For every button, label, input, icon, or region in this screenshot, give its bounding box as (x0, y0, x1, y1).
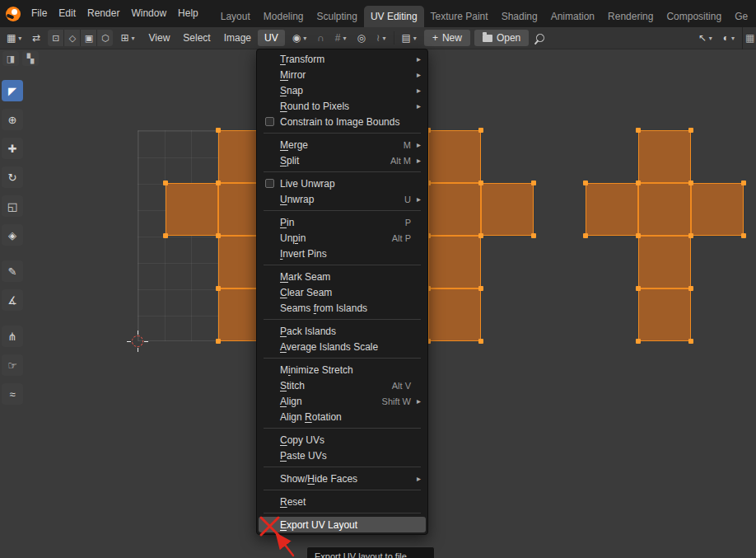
tool-rip-region-button[interactable]: ⋔ (2, 326, 23, 347)
menu-item-split[interactable]: SplitAlt M▸ (259, 152, 426, 168)
menu-item-paste-uvs[interactable]: Paste UVs (259, 448, 426, 463)
menu-item-constrain-to-image-bounds[interactable]: Constrain to Image Bounds (259, 114, 426, 129)
tool-grab-button[interactable]: ☞ (2, 354, 23, 376)
uv-face[interactable] (691, 183, 744, 236)
proportional-falloff-dropdown[interactable]: ≀ ▾ (373, 30, 390, 46)
menu-item-merge[interactable]: MergeM▸ (259, 137, 426, 152)
snap-target-dropdown[interactable]: # ▾ (332, 30, 350, 46)
tool-rotate-button[interactable]: ↻ (2, 166, 23, 188)
uv-vertex[interactable] (741, 181, 746, 185)
uv-vertex[interactable] (636, 233, 641, 238)
tool-move-button[interactable]: ✚ (2, 138, 23, 159)
uv-select-mode-vertex-button[interactable]: ⊡ (48, 30, 63, 46)
topbar-menu-file[interactable]: File (26, 0, 53, 27)
tool-cursor-button[interactable]: ⊕ (2, 109, 23, 130)
uv-vertex[interactable] (478, 339, 483, 344)
header-menu-view[interactable]: View (142, 30, 177, 46)
uv-vertex[interactable] (216, 181, 221, 185)
snap-toggle[interactable]: ∩ (314, 30, 328, 46)
tab-sculpting[interactable]: Sculpting (310, 6, 364, 27)
tab-rendering[interactable]: Rendering (601, 6, 660, 27)
gizmos-dropdown[interactable]: ↖ ▾ (695, 30, 716, 46)
menu-item-minimize-stretch[interactable]: Minimize Stretch (259, 362, 426, 377)
menu-item-clear-seam[interactable]: Clear Seam (259, 284, 426, 300)
new-image-button[interactable]: + New (424, 30, 470, 46)
uv-vertex[interactable] (583, 233, 588, 238)
menu-item-reset[interactable]: Reset (259, 494, 426, 509)
uv-vertex[interactable] (478, 181, 483, 185)
image-overlay-dropdown[interactable]: ▤ ▾ (399, 30, 420, 46)
sticky-selection-dropdown[interactable]: ⊞ ▾ (117, 30, 138, 46)
uv-face[interactable] (166, 183, 218, 236)
open-image-button[interactable]: Open (474, 30, 529, 46)
uv-face[interactable] (428, 288, 481, 341)
menu-item-pin[interactable]: PinP (259, 214, 426, 230)
header-menu-image[interactable]: Image (217, 30, 258, 46)
tab-uv-editing[interactable]: UV Editing (364, 6, 424, 27)
header-menu-select[interactable]: Select (176, 30, 217, 46)
tab-animation[interactable]: Animation (544, 6, 601, 27)
uv-vertex[interactable] (478, 233, 483, 238)
tab-layout[interactable]: Layout (214, 6, 257, 27)
menu-item-export-uv-layout[interactable]: Export UV Layout (259, 517, 426, 532)
uv-vertex[interactable] (741, 233, 746, 238)
proportional-editing-toggle[interactable]: ◎ (354, 30, 369, 46)
uv-vertex[interactable] (216, 233, 221, 238)
tool-select-box-button[interactable]: ◤ (2, 80, 23, 101)
uv-face[interactable] (481, 183, 534, 236)
uv-face[interactable] (586, 183, 638, 236)
uv-vertex[interactable] (636, 339, 641, 344)
menu-item-align-rotation[interactable]: Align Rotation (259, 409, 426, 424)
tool-settings-pin-button[interactable] (533, 30, 548, 46)
tab-compositing[interactable]: Compositing (660, 6, 728, 27)
menu-item-align[interactable]: AlignShift W▸ (259, 393, 426, 409)
blender-logo-icon[interactable] (6, 7, 21, 21)
menu-item-mark-seam[interactable]: Mark Seam (259, 269, 426, 284)
menu-item-live-unwrap[interactable]: Live Unwrap (259, 176, 426, 191)
uv-vertex[interactable] (216, 128, 221, 133)
uv-face[interactable] (638, 288, 691, 341)
menu-item-copy-uvs[interactable]: Copy UVs (259, 432, 426, 448)
uv-vertex[interactable] (688, 339, 693, 344)
tab-ge[interactable]: Ge (728, 6, 754, 27)
uv-select-mode-face-button[interactable]: ▣ (81, 30, 96, 46)
uv-vertex[interactable] (583, 181, 588, 185)
tool-scale-button[interactable]: ◱ (2, 195, 23, 217)
menu-item-unpin[interactable]: UnpinAlt P (259, 230, 426, 246)
uv-face[interactable] (638, 236, 691, 288)
topbar-menu-edit[interactable]: Edit (53, 0, 82, 27)
subheader-icon-1[interactable]: ◨ (2, 51, 19, 66)
uv-face[interactable] (428, 130, 481, 183)
topbar-menu-render[interactable]: Render (82, 0, 125, 27)
tool-annotate-button[interactable]: ✎ (2, 260, 23, 282)
tool-relax-button[interactable]: ≈ (2, 383, 23, 405)
uv-vertex[interactable] (636, 286, 641, 291)
uv-vertex[interactable] (478, 286, 483, 291)
topbar-menu-help[interactable]: Help (172, 0, 204, 27)
menu-item-transform[interactable]: Transform▸ (259, 51, 426, 67)
editor-type-dropdown[interactable]: ▦ ▾ (3, 30, 25, 46)
subheader-icon-2[interactable]: ▚ (22, 51, 39, 66)
topbar-menu-window[interactable]: Window (125, 0, 172, 27)
uv-vertex[interactable] (688, 233, 693, 238)
uv-sync-selection-toggle[interactable]: ⇄ (29, 30, 44, 46)
uv-vertex[interactable] (216, 286, 221, 291)
tab-shading[interactable]: Shading (495, 6, 544, 27)
uv-face[interactable] (428, 236, 481, 288)
uv-select-mode-island-button[interactable]: ⬡ (97, 30, 113, 46)
uv-vertex[interactable] (531, 181, 536, 185)
uv-face[interactable] (638, 130, 691, 183)
uv-vertex[interactable] (163, 181, 168, 185)
uv-vertex[interactable] (636, 181, 641, 185)
pivot-point-dropdown[interactable]: ◉ ▾ (289, 30, 310, 46)
tab-modeling[interactable]: Modeling (257, 6, 310, 27)
uv-vertex[interactable] (688, 181, 693, 185)
uv-vertex[interactable] (688, 128, 693, 133)
menu-item-unwrap[interactable]: UnwrapU▸ (259, 191, 426, 207)
uv-vertex[interactable] (636, 128, 641, 133)
uv-vertex[interactable] (688, 286, 693, 291)
menu-item-pack-islands[interactable]: Pack Islands (259, 323, 426, 339)
uv-select-mode-edge-button[interactable]: ◇ (64, 30, 80, 46)
menu-item-snap[interactable]: Snap▸ (259, 82, 426, 98)
uv-vertex[interactable] (216, 339, 221, 344)
